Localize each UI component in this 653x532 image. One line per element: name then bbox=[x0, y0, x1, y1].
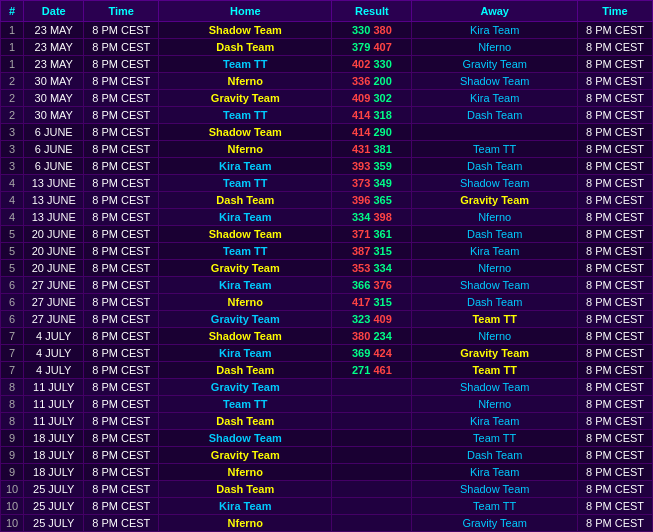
row-result: 409 302 bbox=[332, 90, 412, 107]
row-away-team: Shadow Team bbox=[412, 277, 578, 294]
row-time-away: 8 PM CEST bbox=[578, 39, 653, 56]
row-time-home: 8 PM CEST bbox=[84, 345, 159, 362]
row-date: 25 JULY bbox=[24, 481, 84, 498]
row-date: 20 JUNE bbox=[24, 260, 84, 277]
row-num: 2 bbox=[1, 73, 24, 90]
col-time-home: Time bbox=[84, 1, 159, 22]
row-result: 371 361 bbox=[332, 226, 412, 243]
row-away-team bbox=[412, 124, 578, 141]
row-result: 379 407 bbox=[332, 39, 412, 56]
row-result bbox=[332, 379, 412, 396]
table-row: 230 MAY8 PM CESTNferno336 200Shadow Team… bbox=[1, 73, 653, 90]
table-row: 520 JUNE8 PM CESTTeam TT387 315Kira Team… bbox=[1, 243, 653, 260]
row-result: 387 315 bbox=[332, 243, 412, 260]
row-num: 9 bbox=[1, 447, 24, 464]
row-result: 330 380 bbox=[332, 22, 412, 39]
row-time-home: 8 PM CEST bbox=[84, 328, 159, 345]
row-num: 10 bbox=[1, 481, 24, 498]
row-time-home: 8 PM CEST bbox=[84, 260, 159, 277]
row-away-team: Kira Team bbox=[412, 22, 578, 39]
row-num: 6 bbox=[1, 294, 24, 311]
col-date: Date bbox=[24, 1, 84, 22]
row-home-team: Team TT bbox=[159, 107, 332, 124]
row-result bbox=[332, 447, 412, 464]
row-time-away: 8 PM CEST bbox=[578, 311, 653, 328]
row-num: 6 bbox=[1, 277, 24, 294]
row-date: 27 JUNE bbox=[24, 277, 84, 294]
row-time-away: 8 PM CEST bbox=[578, 243, 653, 260]
row-home-team: Dash Team bbox=[159, 413, 332, 430]
row-date: 18 JULY bbox=[24, 447, 84, 464]
row-home-team: Nferno bbox=[159, 141, 332, 158]
row-date: 4 JULY bbox=[24, 345, 84, 362]
row-result: 366 376 bbox=[332, 277, 412, 294]
table-row: 413 JUNE8 PM CESTKira Team334 398Nferno8… bbox=[1, 209, 653, 226]
row-home-team: Shadow Team bbox=[159, 124, 332, 141]
col-num: # bbox=[1, 1, 24, 22]
row-result: 373 349 bbox=[332, 175, 412, 192]
row-result: 431 381 bbox=[332, 141, 412, 158]
row-date: 13 JUNE bbox=[24, 175, 84, 192]
row-time-away: 8 PM CEST bbox=[578, 124, 653, 141]
row-result bbox=[332, 413, 412, 430]
row-home-team: Nferno bbox=[159, 73, 332, 90]
header-row: # Date Time Home Result Away Time bbox=[1, 1, 653, 22]
row-time-away: 8 PM CEST bbox=[578, 226, 653, 243]
row-time-home: 8 PM CEST bbox=[84, 396, 159, 413]
row-time-away: 8 PM CEST bbox=[578, 141, 653, 158]
row-away-team: Nferno bbox=[412, 209, 578, 226]
row-result: 336 200 bbox=[332, 73, 412, 90]
row-time-away: 8 PM CEST bbox=[578, 73, 653, 90]
table-row: 413 JUNE8 PM CESTTeam TT373 349Shadow Te… bbox=[1, 175, 653, 192]
row-time-away: 8 PM CEST bbox=[578, 345, 653, 362]
table-row: 74 JULY8 PM CESTDash Team271 461Team TT8… bbox=[1, 362, 653, 379]
table-row: 918 JULY8 PM CESTNfernoKira Team8 PM CES… bbox=[1, 464, 653, 481]
row-date: 6 JUNE bbox=[24, 124, 84, 141]
row-date: 23 MAY bbox=[24, 22, 84, 39]
row-time-away: 8 PM CEST bbox=[578, 328, 653, 345]
row-date: 18 JULY bbox=[24, 464, 84, 481]
row-time-away: 8 PM CEST bbox=[578, 192, 653, 209]
row-home-team: Team TT bbox=[159, 56, 332, 73]
row-result: 402 330 bbox=[332, 56, 412, 73]
row-result: 369 424 bbox=[332, 345, 412, 362]
row-time-away: 8 PM CEST bbox=[578, 107, 653, 124]
row-away-team: Nferno bbox=[412, 39, 578, 56]
row-result: 380 234 bbox=[332, 328, 412, 345]
row-home-team: Shadow Team bbox=[159, 226, 332, 243]
table-row: 1025 JULY8 PM CESTNfernoGravity Team8 PM… bbox=[1, 515, 653, 532]
row-num: 8 bbox=[1, 396, 24, 413]
row-time-home: 8 PM CEST bbox=[84, 379, 159, 396]
row-date: 25 JULY bbox=[24, 515, 84, 532]
row-time-away: 8 PM CEST bbox=[578, 362, 653, 379]
row-time-home: 8 PM CEST bbox=[84, 39, 159, 56]
row-time-home: 8 PM CEST bbox=[84, 22, 159, 39]
row-time-away: 8 PM CEST bbox=[578, 481, 653, 498]
row-time-away: 8 PM CEST bbox=[578, 209, 653, 226]
table-row: 123 MAY8 PM CESTTeam TT402 330Gravity Te… bbox=[1, 56, 653, 73]
row-away-team: Shadow Team bbox=[412, 379, 578, 396]
row-result bbox=[332, 464, 412, 481]
table-row: 74 JULY8 PM CESTShadow Team380 234Nferno… bbox=[1, 328, 653, 345]
row-date: 30 MAY bbox=[24, 90, 84, 107]
row-time-away: 8 PM CEST bbox=[578, 464, 653, 481]
row-home-team: Gravity Team bbox=[159, 260, 332, 277]
row-home-team: Shadow Team bbox=[159, 328, 332, 345]
row-away-team: Dash Team bbox=[412, 158, 578, 175]
row-date: 11 JULY bbox=[24, 379, 84, 396]
row-time-home: 8 PM CEST bbox=[84, 481, 159, 498]
row-away-team: Team TT bbox=[412, 311, 578, 328]
schedule-table: # Date Time Home Result Away Time 123 MA… bbox=[0, 0, 653, 532]
row-num: 4 bbox=[1, 209, 24, 226]
row-time-home: 8 PM CEST bbox=[84, 90, 159, 107]
row-result bbox=[332, 396, 412, 413]
table-row: 413 JUNE8 PM CESTDash Team396 365Gravity… bbox=[1, 192, 653, 209]
row-time-home: 8 PM CEST bbox=[84, 362, 159, 379]
row-away-team: Shadow Team bbox=[412, 73, 578, 90]
row-result: 334 398 bbox=[332, 209, 412, 226]
row-time-away: 8 PM CEST bbox=[578, 379, 653, 396]
row-date: 20 JUNE bbox=[24, 226, 84, 243]
row-num: 1 bbox=[1, 56, 24, 73]
row-home-team: Dash Team bbox=[159, 481, 332, 498]
table-row: 123 MAY8 PM CESTDash Team379 407Nferno8 … bbox=[1, 39, 653, 56]
